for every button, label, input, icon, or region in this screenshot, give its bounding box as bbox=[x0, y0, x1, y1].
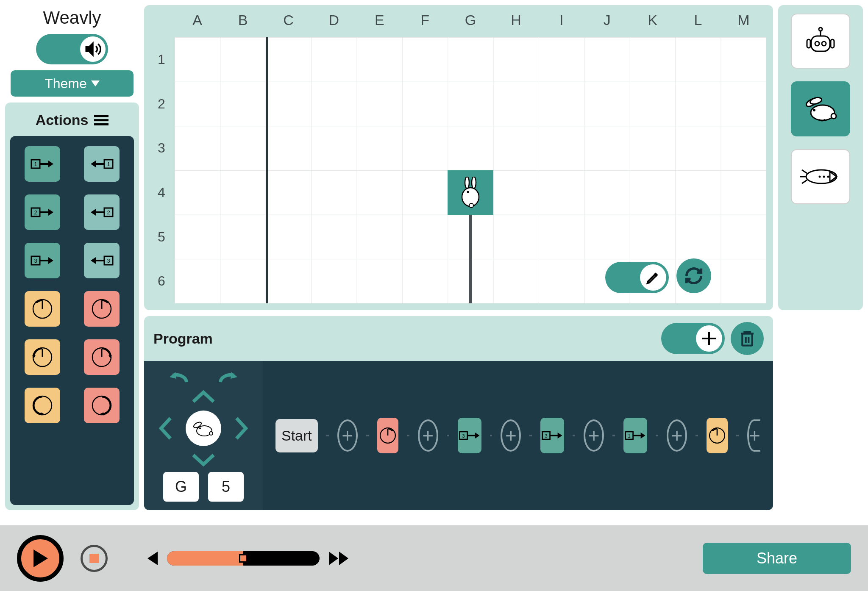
svg-point-94 bbox=[823, 176, 825, 178]
row-label: 6 bbox=[151, 259, 172, 303]
step-forward-3[interactable]: 3 bbox=[458, 418, 481, 453]
action-forward-2[interactable]: 2 bbox=[25, 194, 60, 230]
speed-thumb[interactable] bbox=[239, 554, 248, 563]
robot-icon bbox=[803, 23, 838, 59]
step-forward-3[interactable]: 3 bbox=[540, 418, 564, 453]
action-turn-left-90[interactable] bbox=[25, 339, 60, 375]
action-forward-3[interactable]: 3 bbox=[25, 243, 60, 278]
svg-point-86 bbox=[811, 105, 835, 120]
column-label: H bbox=[493, 12, 539, 31]
svg-rect-79 bbox=[811, 36, 830, 51]
step-forward-1[interactable]: 1 bbox=[623, 418, 647, 453]
svg-text:1: 1 bbox=[107, 161, 110, 167]
row-label: 1 bbox=[151, 37, 172, 82]
plus-icon bbox=[696, 325, 722, 352]
action-backward-2[interactable]: 2 bbox=[84, 194, 120, 230]
character-robot[interactable] bbox=[791, 14, 850, 69]
action-backward-1[interactable]: 1 bbox=[84, 146, 120, 182]
pen-toggle[interactable] bbox=[605, 262, 669, 293]
svg-point-47 bbox=[472, 177, 476, 189]
add-step-slot[interactable]: + bbox=[501, 419, 521, 452]
svg-text:1: 1 bbox=[628, 433, 631, 438]
add-mode-toggle[interactable] bbox=[661, 323, 725, 354]
center-column: ABCDEFGHIJKLM 123456 bbox=[144, 5, 773, 510]
svg-point-60 bbox=[209, 432, 213, 435]
add-step-slot[interactable]: + bbox=[667, 419, 687, 452]
add-step-slot[interactable]: + bbox=[418, 419, 438, 452]
add-step-slot[interactable]: + bbox=[584, 419, 604, 452]
step-back-icon[interactable] bbox=[146, 551, 159, 566]
start-block: Start bbox=[275, 419, 318, 452]
scene-panel: ABCDEFGHIJKLM 123456 bbox=[144, 5, 773, 310]
trash-icon bbox=[739, 329, 756, 348]
column-label: G bbox=[448, 12, 493, 31]
svg-rect-84 bbox=[807, 39, 810, 48]
share-button-label: Share bbox=[757, 549, 797, 567]
pencil-icon bbox=[640, 264, 666, 291]
action-turn-right-45[interactable] bbox=[84, 291, 120, 327]
character-picker bbox=[778, 5, 863, 310]
svg-marker-8 bbox=[48, 161, 53, 167]
svg-marker-12 bbox=[91, 161, 96, 167]
svg-text:3: 3 bbox=[545, 433, 548, 438]
add-step-slot[interactable]: + bbox=[747, 419, 760, 452]
menu-icon[interactable] bbox=[94, 114, 108, 126]
play-button[interactable] bbox=[17, 535, 64, 582]
speaker-icon bbox=[80, 36, 106, 62]
rotate-right-button[interactable] bbox=[216, 369, 239, 386]
svg-text:3: 3 bbox=[34, 258, 37, 264]
rotate-left-button[interactable] bbox=[168, 369, 191, 386]
character-rabbit[interactable] bbox=[791, 81, 850, 136]
column-label: I bbox=[539, 12, 584, 31]
row-input[interactable]: 5 bbox=[208, 472, 244, 502]
action-turn-right-90[interactable] bbox=[84, 339, 120, 375]
action-turn-right-180[interactable] bbox=[84, 388, 120, 423]
svg-point-48 bbox=[467, 191, 469, 193]
svg-marker-96 bbox=[33, 549, 48, 567]
share-button[interactable]: Share bbox=[703, 543, 851, 574]
column-label: K bbox=[630, 12, 675, 31]
theme-button[interactable]: Theme bbox=[11, 70, 134, 97]
add-step-slot[interactable]: + bbox=[337, 419, 358, 452]
svg-marker-56 bbox=[231, 372, 237, 379]
move-down-button[interactable] bbox=[191, 452, 216, 467]
action-turn-left-45[interactable] bbox=[25, 291, 60, 327]
svg-rect-52 bbox=[742, 333, 752, 345]
move-left-button[interactable] bbox=[159, 416, 173, 441]
action-turn-left-180[interactable] bbox=[25, 388, 60, 423]
step-turn-right-45[interactable] bbox=[377, 418, 398, 453]
sound-toggle[interactable] bbox=[36, 34, 108, 64]
refresh-icon bbox=[684, 266, 704, 286]
column-label: A bbox=[175, 12, 220, 31]
svg-rect-2 bbox=[94, 115, 108, 117]
svg-marker-16 bbox=[48, 209, 53, 216]
column-label: B bbox=[220, 12, 265, 31]
refresh-button[interactable] bbox=[676, 258, 711, 293]
stop-button[interactable] bbox=[81, 545, 108, 572]
sidebar: Weavly Theme Actions bbox=[5, 5, 139, 510]
svg-point-59 bbox=[199, 427, 201, 429]
svg-rect-85 bbox=[831, 39, 834, 48]
svg-marker-20 bbox=[91, 209, 96, 216]
action-backward-3[interactable]: 3 bbox=[84, 243, 120, 278]
action-forward-1[interactable]: 1 bbox=[25, 146, 60, 182]
svg-text:3: 3 bbox=[462, 433, 465, 438]
svg-rect-4 bbox=[94, 123, 108, 125]
svg-text:2: 2 bbox=[34, 209, 37, 216]
svg-point-90 bbox=[831, 114, 836, 119]
svg-marker-55 bbox=[170, 372, 176, 379]
fast-forward-icon[interactable] bbox=[328, 551, 350, 566]
svg-text:3: 3 bbox=[107, 258, 110, 264]
speed-slider[interactable] bbox=[167, 551, 320, 566]
svg-point-83 bbox=[819, 28, 822, 31]
delete-all-button[interactable] bbox=[731, 322, 764, 355]
svg-marker-71 bbox=[558, 433, 562, 438]
step-turn-left-45[interactable] bbox=[707, 418, 728, 453]
character-rocket[interactable] bbox=[791, 149, 850, 204]
character-on-grid[interactable] bbox=[448, 170, 493, 215]
actions-title: Actions bbox=[36, 112, 89, 128]
move-up-button[interactable] bbox=[191, 390, 216, 404]
drawn-line-1 bbox=[266, 37, 268, 303]
column-input[interactable]: G bbox=[163, 472, 199, 502]
move-right-button[interactable] bbox=[234, 416, 248, 441]
